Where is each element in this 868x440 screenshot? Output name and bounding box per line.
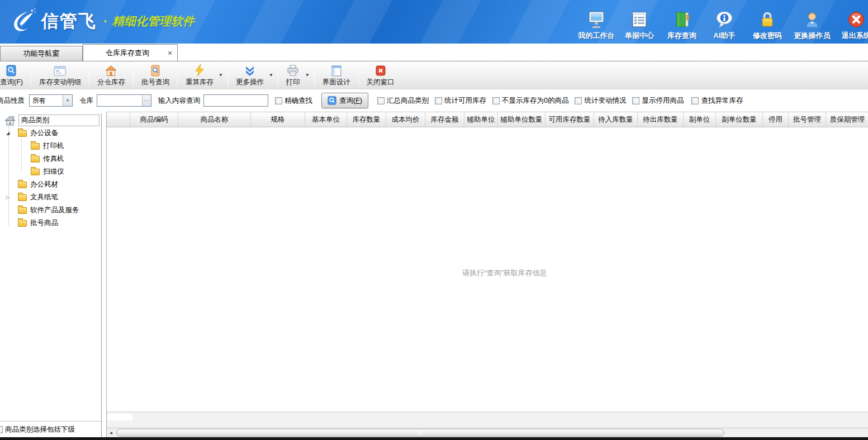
column-header-warranty-managed[interactable]: 质保期管理 (826, 112, 868, 127)
column-header-base-unit[interactable]: 基本单位 (305, 112, 347, 127)
column-header-aux-unit[interactable]: 辅助单位 (464, 112, 498, 127)
toolbar: 查询(F) 库存变动明细 分仓库存 (0, 61, 868, 89)
nav-exit-system[interactable]: 退出系统 (835, 9, 868, 41)
expander-expanded-icon[interactable]: ◢ (5, 131, 11, 136)
folder-icon (18, 207, 27, 214)
exit-icon (847, 9, 865, 30)
warehouse-input[interactable] (97, 95, 142, 106)
column-header-spec[interactable]: 规格 (251, 112, 305, 127)
tree-item-office-supplies[interactable]: 办公耗材 (0, 178, 101, 191)
tree-root-item[interactable]: 商品类别 (0, 114, 101, 127)
batch-search-icon (150, 63, 161, 76)
toolbar-label: 打印 (286, 78, 300, 87)
nav-switch-operator[interactable]: 更换操作员 (789, 9, 835, 41)
warehouse-input-wrap: ··· (97, 94, 151, 107)
search-input-wrap (203, 94, 268, 107)
search-icon (328, 96, 336, 105)
toolbar-label: 批号查询 (141, 78, 169, 87)
nav-label: 退出系统 (842, 31, 868, 41)
window-bottom-edge (0, 437, 868, 440)
count-movement-checkbox[interactable] (575, 97, 582, 104)
toolbar-batch-query-button[interactable]: 批号查询 (135, 61, 176, 89)
nav-ai-assistant[interactable]: AI助手 (703, 9, 746, 41)
nav-label: AI助手 (714, 31, 736, 41)
toolbar-separator (278, 64, 278, 87)
ellipsis-browse-icon[interactable]: ··· (142, 95, 151, 106)
tree-item-batch-products[interactable]: 批号商品 (0, 217, 101, 229)
toolbar-close-window-button[interactable]: 关闭窗口 (360, 61, 401, 89)
column-header-disabled[interactable]: 停用 (763, 112, 789, 127)
column-header-stock-amount[interactable]: 库存金额 (425, 112, 464, 127)
toolbar-recalculate-stock-button[interactable]: 重算库存 ▼ (179, 61, 226, 89)
column-header-pending-out-qty[interactable]: 待出库数量 (638, 112, 684, 127)
toolbar-label: 界面设计 (322, 78, 350, 87)
thumb-grip (419, 431, 419, 435)
column-header-available-qty[interactable]: 可用库存数量 (546, 112, 594, 127)
toolbar-ui-design-button[interactable]: 界面设计 (316, 61, 357, 89)
column-header-avg-cost[interactable]: 成本均价 (386, 112, 425, 127)
user-icon (803, 9, 821, 30)
toolbar-warehouse-stock-button[interactable]: 分仓库存 (91, 61, 132, 89)
column-header-secondary-unit-qty[interactable]: 副单位数量 (716, 112, 763, 127)
hide-zero-stock-checkbox[interactable] (492, 97, 500, 104)
option-label: 统计变动情况 (584, 96, 626, 106)
include-subcategory-checkbox[interactable] (0, 426, 3, 433)
toolbar-label: 重算库存 (186, 78, 214, 87)
nav-label: 库存查询 (667, 31, 696, 41)
toolbar-more-actions-button[interactable]: 更多操作 ▼ (229, 61, 277, 89)
show-disabled-products-checkbox[interactable] (632, 97, 639, 104)
column-header-product-name[interactable]: 商品名称 (178, 112, 251, 127)
tree-item-scanner[interactable]: 扫描仪 (0, 165, 101, 178)
stock-table: 商品编码 商品名称 规格 基本单位 库存数量 成本均价 库存金额 辅助单位 辅助… (106, 112, 868, 437)
horizontal-scrollbar[interactable]: ◄ (107, 428, 868, 437)
option-label: 不显示库存为0的商品 (502, 96, 568, 106)
column-header-product-code[interactable]: 商品编码 (130, 112, 178, 127)
scrollbar-thumb[interactable] (116, 429, 724, 437)
nav-change-password[interactable]: 修改密码 (746, 9, 789, 41)
nav-my-workbench[interactable]: 我的工作台 (575, 9, 618, 41)
product-nature-select[interactable]: 所有 ▼ (29, 94, 73, 107)
column-header-batch-managed[interactable]: 批号管理 (789, 112, 826, 127)
chevron-down-icon[interactable]: ▼ (305, 73, 310, 78)
count-available-stock-checkbox[interactable] (435, 97, 442, 104)
tab-warehouse-stock-query[interactable]: 仓库库存查询 × (83, 44, 178, 61)
chevron-down-icon[interactable]: ▼ (219, 73, 223, 78)
filter-bar: 商品性质 所有 ▼ 仓库 ··· 输入内容查询 精确查找 查询(F) 汇总商品类… (0, 89, 868, 112)
expander-collapsed-icon[interactable]: ▷ (5, 195, 11, 200)
summarize-category-checkbox[interactable] (377, 97, 385, 104)
table-header-row: 商品编码 商品名称 规格 基本单位 库存数量 成本均价 库存金额 辅助单位 辅助… (107, 112, 868, 127)
tree-item-fax-machine[interactable]: 传真机 (0, 152, 101, 165)
tree-item-label: 软件产品及服务 (30, 205, 79, 215)
tree-item-office-equipment[interactable]: ◢ 办公设备 (0, 127, 101, 140)
column-header-aux-unit-qty[interactable]: 辅助单位数量 (498, 112, 546, 127)
exact-search-checkbox[interactable] (275, 97, 282, 104)
column-header-indicator[interactable] (107, 112, 130, 127)
nav-document-center[interactable]: 单据中心 (618, 9, 661, 41)
product-nature-label: 商品性质 (0, 96, 25, 106)
folder-icon (18, 194, 27, 201)
chevron-down-icon[interactable]: ▼ (63, 95, 72, 106)
column-header-secondary-unit[interactable]: 副单位 (684, 112, 716, 127)
tree-item-printer[interactable]: 打印机 (0, 140, 101, 152)
column-header-stock-qty[interactable]: 库存数量 (347, 112, 386, 127)
column-header-pending-in-qty[interactable]: 待入库数量 (594, 112, 638, 127)
footer-highlight-cell (108, 414, 132, 420)
folder-icon (31, 143, 40, 150)
scroll-left-arrow-icon[interactable]: ◄ (107, 428, 115, 437)
find-abnormal-stock-checkbox[interactable] (691, 97, 699, 104)
toolbar-stock-movement-detail-button[interactable]: 库存变动明细 (32, 61, 88, 89)
toolbar-query-button[interactable]: 查询(F) (0, 61, 30, 89)
close-icon[interactable]: × (163, 49, 177, 58)
tab-function-nav[interactable]: 功能导航窗 (0, 46, 83, 61)
tree-item-stationery[interactable]: ▷ 文具纸笔 (0, 191, 101, 204)
documents-icon (630, 9, 648, 30)
exact-search-label: 精确查找 (284, 96, 312, 106)
folder-icon (18, 220, 27, 227)
nav-stock-query[interactable]: 库存查询 (661, 9, 703, 41)
query-button[interactable]: 查询(F) (321, 93, 368, 108)
search-input[interactable] (204, 95, 268, 106)
toolbar-print-button[interactable]: 打印 ▼ (279, 61, 313, 89)
tree-item-software-products[interactable]: 软件产品及服务 (0, 204, 101, 217)
brand-logo-icon (8, 7, 37, 36)
chevron-down-icon[interactable]: ▼ (269, 73, 273, 78)
